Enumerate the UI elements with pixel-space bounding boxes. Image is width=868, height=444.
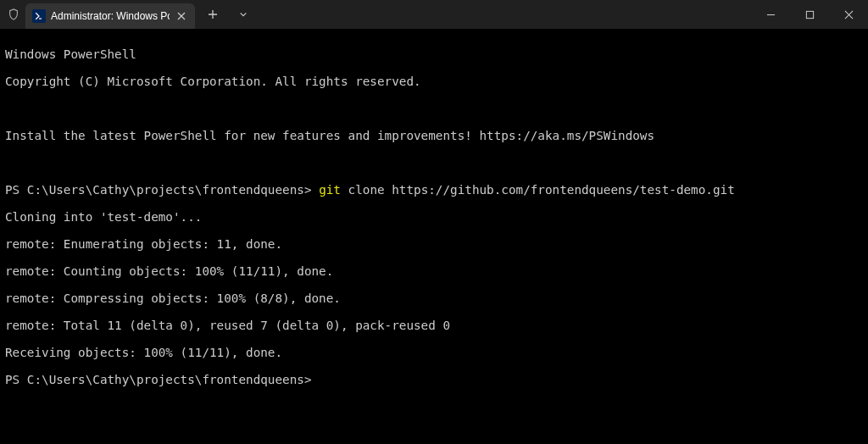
tab-close-button[interactable] <box>175 9 188 23</box>
terminal-viewport[interactable]: Windows PowerShell Copyright (C) Microso… <box>0 29 868 444</box>
prompt-path: PS C:\Users\Cathy\projects\frontendqueen… <box>5 183 319 197</box>
prompt-path: PS C:\Users\Cathy\projects\frontendqueen… <box>5 373 312 386</box>
admin-shield-icon <box>7 8 20 21</box>
window-controls <box>751 0 868 29</box>
prompt-line: PS C:\Users\Cathy\projects\frontendqueen… <box>5 373 863 386</box>
tab-powershell[interactable]: Administrator: Windows Powe <box>25 3 195 29</box>
window-titlebar: Administrator: Windows Powe <box>0 0 868 29</box>
titlebar-drag-region[interactable] <box>256 0 751 29</box>
output-line: remote: Total 11 (delta 0), reused 7 (de… <box>5 319 863 332</box>
command-line: PS C:\Users\Cathy\projects\frontendqueen… <box>5 183 863 197</box>
output-line: Receiving objects: 100% (11/11), done. <box>5 346 863 359</box>
tab-title: Administrator: Windows Powe <box>51 10 170 22</box>
command-args: clone https://github.com/frontendqueens/… <box>341 183 735 197</box>
install-msg: Install the latest PowerShell for new fe… <box>5 129 863 142</box>
output-line: Cloning into 'test-demo'... <box>5 210 863 224</box>
new-tab-button[interactable] <box>200 9 225 19</box>
maximize-button[interactable] <box>790 0 829 29</box>
svg-rect-0 <box>806 11 813 18</box>
banner-line: Windows PowerShell <box>5 47 863 61</box>
output-line: remote: Compressing objects: 100% (8/8),… <box>5 291 863 305</box>
banner-line: Copyright (C) Microsoft Corporation. All… <box>5 75 863 88</box>
command-keyword: git <box>319 183 341 197</box>
blank-line <box>5 102 863 115</box>
powershell-icon <box>32 9 46 23</box>
titlebar-left: Administrator: Windows Powe <box>0 0 256 29</box>
close-window-button[interactable] <box>829 0 868 29</box>
minimize-button[interactable] <box>751 0 790 29</box>
tab-dropdown-button[interactable] <box>231 10 256 19</box>
output-line: remote: Counting objects: 100% (11/11), … <box>5 264 863 278</box>
output-line: remote: Enumerating objects: 11, done. <box>5 237 863 251</box>
blank-line <box>5 156 863 169</box>
